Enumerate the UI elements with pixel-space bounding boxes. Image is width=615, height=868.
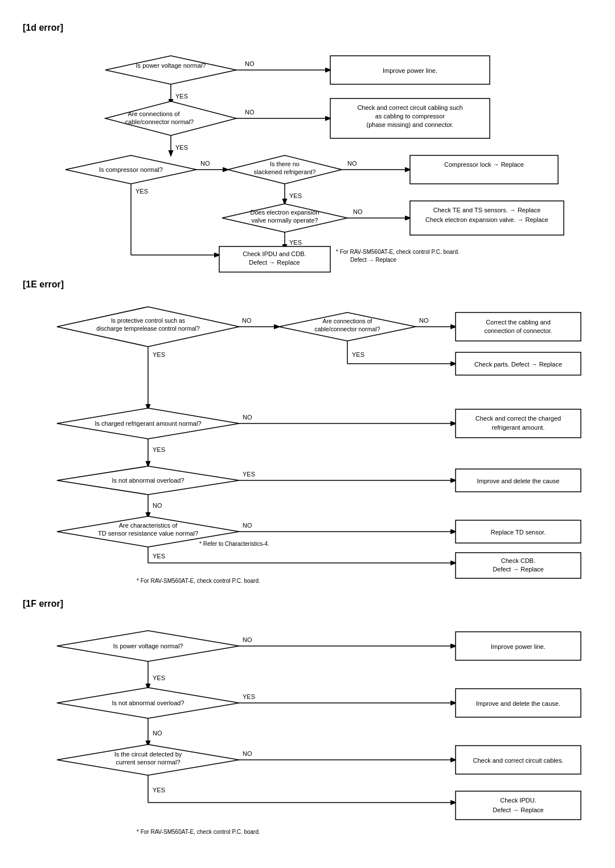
box-te-ts-2: Check electron expansion valve. → Replac… <box>425 216 548 223</box>
box-improve-power-1d: Improve power line. <box>383 67 437 74</box>
section-1E-title: [1E error] <box>23 279 592 290</box>
diamond-1d-2b: cable/connector normal? <box>125 118 194 125</box>
1e-no-1: NO <box>242 317 252 324</box>
svg-rect-25 <box>456 312 581 341</box>
box-compressor-lock: Compressor lock → Replace <box>444 161 524 168</box>
diamond-1d-1: Is power voltage normal? <box>136 62 206 69</box>
1e-box-refrigerant-2: refrigerant amount. <box>492 424 545 431</box>
1f-box-ipdu-2: Defect → Replace <box>493 807 543 813</box>
section-1F-title: [1F error] <box>23 599 592 609</box>
1e-no-5: NO <box>243 522 252 529</box>
label-yes-3: YES <box>136 188 148 195</box>
diamond-1d-4b: slackened refrigerant? <box>254 168 316 175</box>
1f-no-2: NO <box>153 730 162 737</box>
1e-yes-4: YES <box>243 471 255 478</box>
1f-d3a: Is the circuit detected by <box>114 751 182 758</box>
1f-no-3: NO <box>243 750 252 757</box>
section-1d: [1d error] Is power voltage normal? NO I… <box>23 23 592 268</box>
diagram-1d: Is power voltage normal? NO Improve powe… <box>23 39 592 268</box>
1f-yes-3: YES <box>153 787 165 793</box>
box-ipdu-1: Check IPDU and CDB. <box>243 250 306 257</box>
diagram-1F: Is power voltage normal? NO Improve powe… <box>23 615 592 861</box>
1e-yes-1: YES <box>153 351 165 358</box>
1e-box-cdb-2: Defect → Replace <box>493 566 543 573</box>
diamond-1d-3: Is compressor normal? <box>99 166 163 173</box>
1e-d2a: Are connections of <box>323 318 372 324</box>
1e-box-cabling-2: connection of connector. <box>484 327 552 334</box>
label-yes-2: YES <box>175 144 188 151</box>
svg-rect-57 <box>456 791 581 820</box>
box-check-circuit: Check and correct circuit cabling such <box>357 104 462 111</box>
box-te-ts-1: Check TE and TS sensors. → Replace <box>433 207 541 213</box>
1f-d1: Is power voltage normal? <box>113 643 183 649</box>
note-rav-1d: * For RAV-SM560AT-E, check control P.C. … <box>336 249 460 255</box>
1f-yes-1: YES <box>153 674 165 681</box>
1f-d3b: current sensor normal? <box>116 759 180 766</box>
1e-box-cabling-1: Correct the cabling and <box>486 319 551 326</box>
1e-d1b: discharge temprelease control normal? <box>96 325 200 332</box>
1e-no-3: NO <box>243 414 252 421</box>
1e-yes-3: YES <box>153 446 165 453</box>
1f-box-power: Improve power line. <box>491 643 546 650</box>
1e-d5a: Are characteristics of <box>119 522 178 529</box>
label-no-4: NO <box>347 160 357 167</box>
1e-no-4: NO <box>153 502 162 509</box>
svg-marker-0 <box>105 56 236 84</box>
1e-box-improve: Improve and delete the cause <box>477 478 560 484</box>
box-check-circuit-3: (phase missing) and connector. <box>367 121 454 128</box>
1e-box-td: Replace TD sensor. <box>491 529 546 536</box>
box-check-circuit-2: as cabling to compressor <box>375 113 445 120</box>
label-yes-1: YES <box>175 93 188 100</box>
label-yes-4: YES <box>289 192 302 199</box>
1e-d1a: Is protective control such as <box>111 317 185 324</box>
flowchart-1d: Is power voltage normal? NO Improve powe… <box>23 39 592 266</box>
diamond-1d-2a: Are connections of <box>128 110 180 117</box>
note-rav-1d-2: Defect → Replace <box>350 257 397 263</box>
label-yes-5: YES <box>289 239 302 246</box>
1e-box-refrigerant-1: Check and correct the charged <box>475 415 561 422</box>
flowchart-1E: Is protective control such as discharge … <box>23 295 592 586</box>
1f-note-rav: * For RAV-SM560AT-E, check control P.C. … <box>137 829 260 835</box>
1e-note-char: * Refer to Characteristics-4. <box>199 541 269 547</box>
1e-yes-5: YES <box>153 553 165 560</box>
section-1F: [1F error] Is power voltage normal? NO I… <box>23 599 592 861</box>
diagram-1E: Is protective control such as discharge … <box>23 295 592 587</box>
1e-box-cdb-1: Check CDB. <box>501 557 536 564</box>
1e-note-rav: * For RAV-SM560AT-E, check control P.C. … <box>137 578 260 584</box>
diamond-1d-4a: Is there no <box>270 161 300 167</box>
1f-box-circuit: Check and correct circuit cables. <box>473 757 564 764</box>
1f-box-improve: Improve and delete the cause. <box>476 700 560 707</box>
svg-rect-32 <box>456 409 581 438</box>
1e-no-2: NO <box>419 317 429 324</box>
1e-d4: Is not abnormal overload? <box>112 477 184 484</box>
1e-d2b: cable/connector normal? <box>315 326 380 332</box>
1e-d5b: TD sensor resistance value normal? <box>98 530 198 537</box>
diamond-1d-5a: Does electron expansion <box>250 209 319 216</box>
section-1E: [1E error] Is protective control such as… <box>23 279 592 587</box>
box-ipdu-2: Defect → Replace <box>249 259 300 266</box>
label-no-2: NO <box>245 109 255 116</box>
label-no-3: NO <box>200 160 210 167</box>
flowchart-1F: Is power voltage normal? NO Improve powe… <box>23 615 592 859</box>
1e-box-parts: Check parts. Defect → Replace <box>474 361 562 368</box>
diamond-1d-5b: valve normally operate? <box>252 217 318 224</box>
svg-rect-12 <box>410 155 558 184</box>
1e-d3: Is charged refrigerant amount normal? <box>95 420 201 427</box>
1f-box-ipdu-1: Check IPDU. <box>500 797 536 804</box>
label-no-1: NO <box>245 60 255 67</box>
1e-yes-2: YES <box>352 351 364 358</box>
1f-d2: Is not abnormal overload? <box>112 700 184 706</box>
section-1d-title: [1d error] <box>23 23 592 33</box>
1f-yes-2: YES <box>243 693 255 700</box>
1f-no-1: NO <box>243 636 252 643</box>
label-no-5: NO <box>353 208 363 215</box>
